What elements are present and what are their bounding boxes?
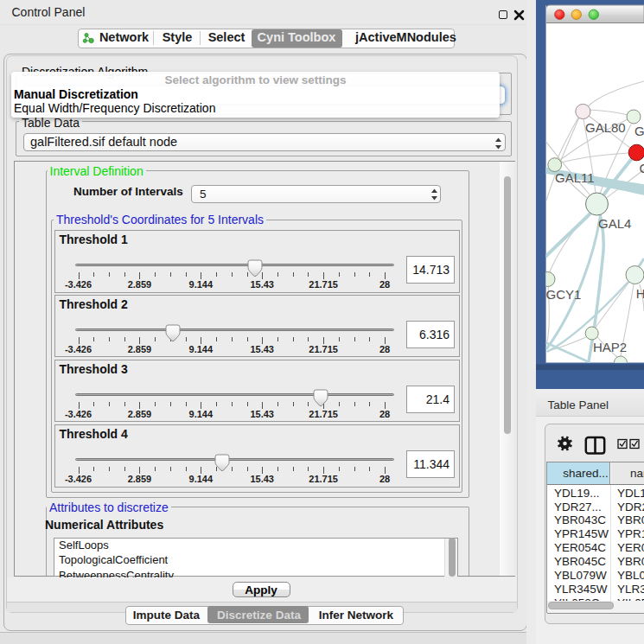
svg-text:GCY1: GCY1 [546, 287, 582, 302]
svg-text:C: C [640, 161, 644, 175]
svg-text:G.: G. [634, 124, 644, 138]
svg-text:HI: HI [636, 286, 644, 301]
svg-text:GAL4: GAL4 [598, 216, 631, 231]
svg-text:GAL11: GAL11 [555, 170, 595, 185]
svg-text:GAL80: GAL80 [585, 120, 626, 135]
svg-text:HAP2: HAP2 [593, 340, 627, 354]
